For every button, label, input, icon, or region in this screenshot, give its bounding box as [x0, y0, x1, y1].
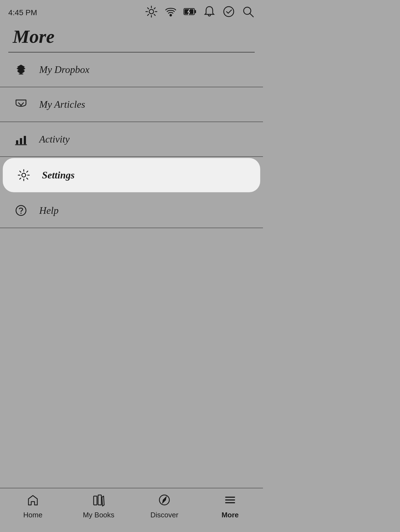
svg-rect-12 [194, 10, 196, 13]
notification-icon [203, 5, 216, 20]
books-icon [92, 493, 105, 509]
home-icon [26, 493, 40, 509]
svg-line-5 [148, 8, 149, 9]
svg-rect-16 [16, 140, 18, 144]
menu-item-activity[interactable]: Activity [0, 122, 263, 157]
brightness-icon [145, 5, 158, 20]
svg-line-7 [154, 8, 155, 9]
bottom-navigation: Home My Books Discover [0, 488, 263, 532]
nav-item-discover[interactable]: Discover [131, 493, 197, 519]
menu-item-articles[interactable]: My Articles [0, 87, 263, 122]
time-display: 4:45 PM [8, 8, 37, 17]
svg-rect-17 [20, 138, 22, 144]
nav-more-label: More [222, 511, 239, 519]
menu-item-settings-label: Settings [42, 169, 75, 181]
menu-item-activity-label: Activity [39, 133, 70, 145]
menu-list: My Dropbox My Articles Activity [0, 52, 263, 228]
help-icon [13, 202, 29, 219]
svg-point-20 [22, 173, 26, 177]
dropbox-icon [13, 61, 29, 78]
svg-line-15 [250, 14, 253, 17]
nav-mybooks-label: My Books [83, 511, 114, 519]
menu-item-settings[interactable]: Settings [3, 158, 260, 192]
nav-item-home[interactable]: Home [0, 493, 66, 519]
battery-icon [183, 5, 197, 20]
search-icon[interactable] [241, 5, 255, 20]
svg-rect-23 [94, 496, 97, 505]
menu-item-dropbox[interactable]: My Dropbox [0, 52, 263, 87]
svg-point-21 [16, 206, 26, 215]
page-title: More [0, 23, 263, 52]
nav-home-label: Home [23, 511, 42, 519]
menu-item-help[interactable]: Help [0, 193, 263, 228]
nav-item-more[interactable]: More [197, 493, 263, 519]
menu-item-help-label: Help [39, 205, 59, 216]
activity-icon [13, 131, 29, 148]
sync-icon [222, 5, 235, 20]
svg-point-0 [149, 9, 154, 14]
svg-marker-26 [163, 497, 166, 503]
menu-item-articles-label: My Articles [39, 99, 85, 110]
svg-rect-18 [24, 136, 26, 144]
status-icons [145, 5, 255, 20]
svg-point-13 [224, 7, 234, 17]
menu-icon [223, 493, 237, 509]
svg-line-8 [148, 14, 149, 15]
svg-point-9 [170, 14, 172, 16]
menu-item-dropbox-label: My Dropbox [39, 64, 90, 75]
svg-rect-24 [98, 495, 101, 505]
compass-icon [158, 493, 171, 509]
status-bar: 4:45 PM [0, 0, 263, 23]
wifi-icon [164, 5, 177, 20]
nav-item-mybooks[interactable]: My Books [66, 493, 131, 519]
nav-discover-label: Discover [150, 511, 178, 519]
svg-line-6 [154, 14, 155, 15]
svg-point-22 [20, 213, 22, 214]
settings-icon [15, 167, 32, 183]
pocket-icon [13, 96, 29, 113]
